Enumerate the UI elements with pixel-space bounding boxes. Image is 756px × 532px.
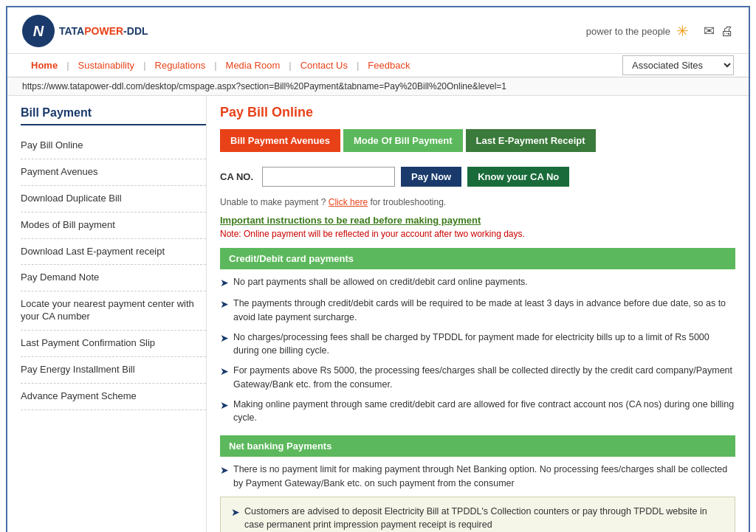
bottom-arrow-icon: ➤: [231, 505, 240, 533]
arrow-icon-3: ➤: [220, 331, 229, 359]
bullet-text-1: No part payments shall be allowed on cre…: [233, 275, 528, 291]
header-right: power to the people ✳ ✉ 🖨: [586, 22, 734, 40]
bullet-net-text-1: There is no payment limit for making pay…: [233, 463, 735, 491]
bullet-text-4: For payments above Rs 5000, the processi…: [233, 364, 735, 392]
ca-row: CA NO. Pay Now Know your CA No: [220, 162, 735, 191]
bullet-4: ➤ For payments above Rs 5000, the proces…: [220, 364, 735, 392]
sidebar-item-pay-bill-online[interactable]: Pay Bill Online: [21, 133, 206, 159]
sidebar-item-last-payment[interactable]: Last Payment Confirmation Slip: [21, 331, 206, 357]
bullet-2: ➤ The payments through credit/debit card…: [220, 297, 735, 325]
page-container: N TATAPOWER-DDL power to the people ✳ ✉ …: [6, 6, 750, 532]
nav-feedback[interactable]: Feedback: [359, 54, 419, 77]
sidebar-item-payment-avenues[interactable]: Payment Avenues: [21, 159, 206, 186]
bullet-text-5: Making online payment through same credi…: [233, 398, 735, 426]
trouble-prefix: Unable to make payment ?: [220, 197, 326, 207]
arrow-icon-net-1: ➤: [220, 463, 229, 491]
ca-label: CA NO.: [220, 171, 253, 182]
header: N TATAPOWER-DDL power to the people ✳ ✉ …: [7, 7, 749, 54]
sidebar-item-energy-installment[interactable]: Pay Energy Installment Bill: [21, 357, 206, 384]
know-ca-button[interactable]: Know your CA No: [467, 167, 569, 187]
nav-contact[interactable]: Contact Us: [292, 54, 357, 77]
bullet-3: ➤ No charges/processing fees shall be ch…: [220, 331, 735, 359]
nav-regulations[interactable]: Regulations: [146, 54, 215, 77]
bullet-text-3: No charges/processing fees shall be char…: [233, 331, 735, 359]
tab-mode-of-bill-payment[interactable]: Mode Of Bill Payment: [343, 129, 463, 152]
url-text: https://www.tatapower-ddl.com/desktop/cm…: [22, 81, 506, 91]
url-bar: https://www.tatapower-ddl.com/desktop/cm…: [7, 77, 749, 96]
tagline-text: power to the people: [586, 26, 670, 37]
arrow-icon-1: ➤: [220, 275, 229, 291]
sidebar-item-download-epayment[interactable]: Download Last E-payment receipt: [21, 239, 206, 266]
logo-text: TATAPOWER-DDL: [59, 25, 148, 37]
nav-home[interactable]: Home: [22, 54, 66, 77]
sidebar-item-pay-demand-note[interactable]: Pay Demand Note: [21, 265, 206, 291]
bottom-bullet-text: Customers are advised to deposit Electri…: [244, 505, 724, 533]
bullet-net-1: ➤ There is no payment limit for making p…: [220, 463, 735, 491]
tab-buttons: Bill Payment Avenues Mode Of Bill Paymen…: [220, 129, 735, 152]
bottom-section: ➤ Customers are advised to deposit Elect…: [220, 497, 735, 533]
click-here-link[interactable]: Click here: [329, 197, 368, 207]
bullet-5: ➤ Making online payment through same cre…: [220, 398, 735, 426]
sidebar-item-locate-center[interactable]: Locate your nearest payment center with …: [21, 291, 206, 331]
tab-last-epayment-receipt[interactable]: Last E-Payment Receipt: [466, 129, 596, 152]
trouble-suffix: for troubleshooting.: [370, 197, 446, 207]
note-text: Note: Online payment will be reflected i…: [220, 229, 735, 239]
trouble-text: Unable to make payment ? Click here for …: [220, 197, 735, 207]
sun-icon: ✳: [676, 22, 689, 40]
pay-now-button[interactable]: Pay Now: [401, 167, 461, 187]
arrow-icon-2: ➤: [220, 297, 229, 325]
ca-input[interactable]: [262, 167, 395, 187]
navigation: Home | Sustainability | Regulations | Me…: [7, 54, 749, 77]
bullet-1: ➤ No part payments shall be allowed on c…: [220, 275, 735, 291]
logo-area: N TATAPOWER-DDL: [22, 15, 148, 47]
sidebar-title: Bill Payment: [21, 106, 206, 125]
main-layout: Bill Payment Pay Bill Online Payment Ave…: [7, 96, 749, 532]
associated-sites-select[interactable]: Associated Sites: [622, 55, 734, 75]
page-title: Pay Bill Online: [220, 105, 735, 120]
sidebar-item-download-duplicate[interactable]: Download Duplicate Bill: [21, 186, 206, 213]
print-icon[interactable]: 🖨: [721, 24, 734, 39]
credit-debit-header: Credit/Debit card payments: [220, 248, 735, 269]
net-banking-header: Net banking Payments: [220, 435, 735, 457]
nav-links: Home | Sustainability | Regulations | Me…: [22, 54, 419, 77]
sidebar-item-advance-payment[interactable]: Advance Payment Scheme: [21, 384, 206, 410]
nav-sustainability[interactable]: Sustainability: [69, 54, 144, 77]
email-icon[interactable]: ✉: [704, 23, 715, 39]
nav-media-room[interactable]: Media Room: [217, 54, 289, 77]
arrow-icon-4: ➤: [220, 364, 229, 392]
bullet-text-2: The payments through credit/debit cards …: [233, 297, 735, 325]
nav-right: Associated Sites: [622, 55, 734, 75]
content-area: Pay Bill Online Bill Payment Avenues Mod…: [207, 96, 749, 532]
bottom-bullet: ➤ Customers are advised to deposit Elect…: [231, 505, 724, 533]
tab-bill-payment-avenues[interactable]: Bill Payment Avenues: [220, 129, 340, 152]
arrow-icon-5: ➤: [220, 398, 229, 426]
logo-icon: N: [22, 15, 55, 47]
sidebar-item-modes-bill[interactable]: Modes of Bill payment: [21, 213, 206, 239]
important-instructions-link[interactable]: Important instructions to be read before…: [220, 215, 735, 226]
sidebar: Bill Payment Pay Bill Online Payment Ave…: [7, 96, 207, 532]
